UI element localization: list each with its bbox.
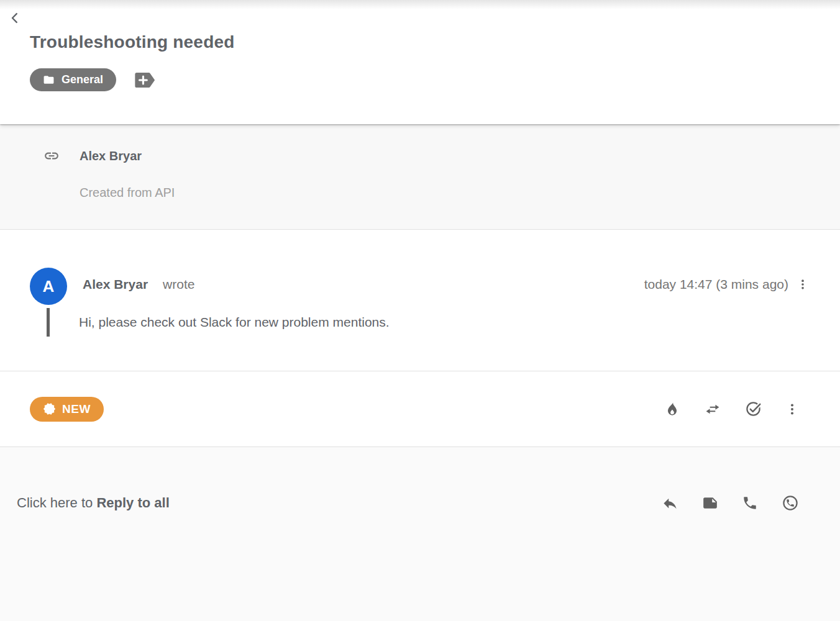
link-icon (43, 148, 60, 164)
whatsapp-call-icon (782, 494, 799, 512)
avatar: A (30, 268, 67, 305)
phone-button[interactable] (742, 495, 758, 511)
swap-arrows-icon (704, 401, 721, 417)
reply-actions (662, 494, 799, 512)
message-body: Hi, please check out Slack for new probl… (47, 308, 390, 337)
reply-button[interactable] (662, 495, 678, 512)
chevron-left-icon (8, 11, 23, 25)
message-header: Alex Bryar wrote today 14:47 (3 mins ago… (83, 277, 809, 292)
tag-label: General (62, 73, 103, 86)
reply-icon (662, 495, 678, 512)
reply-section: Click here to Reply to all (0, 447, 840, 621)
ticket-header: Troubleshooting needed General (0, 0, 840, 124)
ticket-origin: Created from API (80, 184, 175, 201)
message-card: A Alex Bryar wrote today 14:47 (3 mins a… (0, 230, 840, 371)
tag-row: General (30, 68, 156, 91)
contact-link-button[interactable] (43, 148, 60, 164)
note-button[interactable] (702, 495, 718, 511)
seal-badge-icon (43, 402, 56, 415)
reply-action-label: Reply to all (96, 495, 169, 510)
status-actions (664, 401, 799, 417)
status-row: NEW (0, 371, 840, 447)
check-circle-icon (745, 401, 762, 417)
flame-icon (664, 401, 680, 417)
whatsapp-icon[interactable] (782, 494, 799, 512)
message-timestamp: today 14:47 (3 mins ago) (644, 277, 788, 292)
more-vert-icon (797, 278, 809, 291)
folder-icon (43, 74, 55, 86)
transfer-button[interactable] (704, 401, 721, 417)
reply-row: Click here to Reply to all (0, 447, 840, 559)
status-more-button[interactable] (785, 402, 799, 416)
reply-prefix: Click here to (17, 495, 96, 510)
contact-name: Alex Bryar (80, 148, 175, 164)
back-button[interactable] (8, 11, 23, 25)
page-title: Troubleshooting needed (30, 32, 235, 52)
status-badge[interactable]: NEW (30, 397, 104, 422)
add-tag-button[interactable] (134, 71, 156, 89)
tag-chip-general[interactable]: General (30, 68, 116, 91)
reply-to-all-link[interactable]: Click here to Reply to all (17, 495, 170, 511)
phone-icon (742, 495, 758, 511)
message-action: wrote (163, 277, 194, 292)
more-vert-icon (785, 402, 799, 416)
resolve-button[interactable] (745, 401, 762, 417)
message-author: Alex Bryar (83, 277, 148, 292)
tag-plus-icon (134, 71, 156, 89)
note-icon (702, 495, 718, 511)
contact-meta-section: Alex Bryar Created from API (0, 124, 840, 230)
priority-button[interactable] (664, 401, 680, 417)
contact-meta-text: Alex Bryar Created from API (80, 148, 175, 229)
message-more-button[interactable] (797, 278, 809, 291)
status-badge-label: NEW (62, 402, 91, 416)
